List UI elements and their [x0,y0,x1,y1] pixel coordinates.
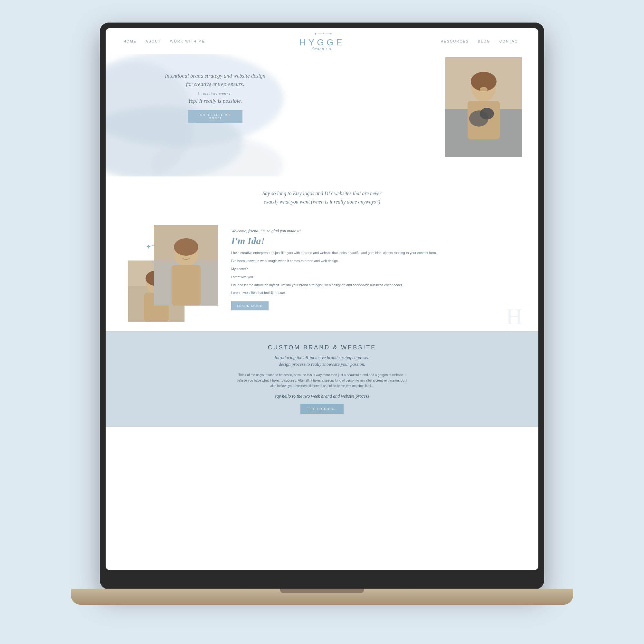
svg-point-15 [480,87,488,92]
svg-text:✦: ✦ [314,32,319,36]
svg-text:✦: ✦ [529,327,531,330]
divider-section: Say so long to Etsy logos and DIY websit… [106,176,538,219]
about-para-4: I start with you. [231,274,516,280]
nav-work[interactable]: WORK WITH ME [170,39,205,43]
sparkle-icon: ✦⁺ [146,243,155,251]
hero-cta-button[interactable]: OHHH, TELL ME MORE! [188,110,242,123]
screen-bezel: HOME ABOUT WORK WITH ME ✦ ✦ ✦ HY [100,23,544,589]
nav-about[interactable]: ABOUT [146,39,161,43]
nav-contact[interactable]: CONTACT [499,39,521,43]
hero-sub: In just two weeks. [164,91,267,95]
watermark-h: H ✦ ✦ ✦ ✦ [506,304,522,330]
svg-text:✦: ✦ [506,328,507,330]
hero-text: Intentional brand strategy and website d… [106,54,267,133]
about-para-5: Oh, and let me introduce myself. I'm Ida… [231,282,516,288]
cb-heading: CUSTOM BRAND & WEBSITE [131,344,513,351]
cb-para: Think of me as your soon to be bestie, b… [235,372,409,389]
hero-photo [445,57,522,157]
about-photos: ✦⁺ [128,225,218,322]
about-para-2: I've been known to work magic when it co… [231,258,516,264]
hero-section: Intentional brand strategy and website d… [106,54,538,176]
about-welcome: Welcome, friend. I'm so glad you made it… [231,228,516,233]
nav-home[interactable]: HOME [123,39,137,43]
nav-right: RESOURCES BLOG CONTACT [440,39,521,43]
laptop-mockup: HOME ABOUT WORK WITH ME ✦ ✦ ✦ HY [71,23,573,621]
about-para-1: I help creative entrepreneurs just like … [231,250,516,256]
laptop-screen: HOME ABOUT WORK WITH ME ✦ ✦ ✦ HY [106,28,538,570]
svg-text:✦: ✦ [504,302,507,305]
laptop-base [71,589,573,605]
svg-point-26 [174,238,198,256]
nav-resources[interactable]: RESOURCES [440,39,469,43]
site-logo[interactable]: ✦ ✦ ✦ HYGGE design Co. [299,31,345,52]
cb-tagline: say hello to the two week brand and webs… [131,394,513,399]
about-text: Welcome, friend. I'm so glad you made it… [231,225,516,310]
nav-left: HOME ABOUT WORK WITH ME [123,39,205,43]
about-para-6: I create websites that feel like home. [231,290,516,296]
hero-tagline: Intentional brand strategy and website d… [164,72,267,88]
about-para-3: My secret? [231,266,516,272]
hero-photo-placeholder [445,57,522,157]
cb-subheading: Introducing the all-inclusive brand stra… [131,354,513,368]
site-nav: HOME ABOUT WORK WITH ME ✦ ✦ ✦ HY [106,28,538,54]
svg-point-17 [480,108,494,119]
about-section: ✦⁺ Welcome, friend. I'm so glad you made… [106,219,538,331]
nav-blog[interactable]: BLOG [478,39,490,43]
custom-brand-section: CUSTOM BRAND & WEBSITE Introducing the a… [106,331,538,427]
about-photo-main [154,225,218,306]
about-cta-button[interactable]: LEARN MORE [231,301,269,310]
about-heading: I'm Ida! [231,235,516,246]
svg-text:✦: ✦ [528,304,530,306]
svg-text:✦: ✦ [329,32,333,36]
logo-stars: ✦ ✦ ✦ [299,31,345,37]
hero-yep: Yep! It really is possible. [164,98,267,104]
divider-text: Say so long to Etsy logos and DIY websit… [245,189,399,206]
cb-cta-button[interactable]: THE PROCESS [300,404,344,414]
svg-rect-27 [172,265,201,306]
